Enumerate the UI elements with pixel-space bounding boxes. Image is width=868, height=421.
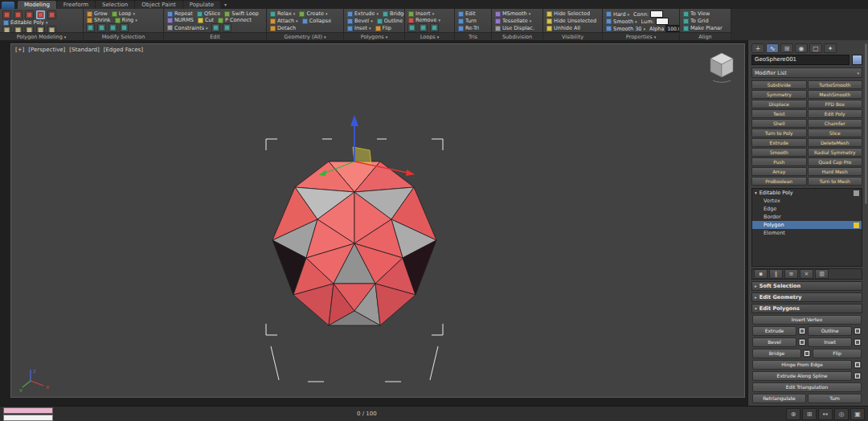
turn-button[interactable]: Turn bbox=[457, 18, 477, 24]
make-unique-icon[interactable]: ≡ bbox=[784, 269, 798, 279]
collapse-button[interactable]: Collapse bbox=[301, 18, 333, 24]
polygon-button[interactable] bbox=[36, 10, 45, 19]
ring-shrink-button[interactable] bbox=[120, 23, 129, 32]
grow-button[interactable]: Grow bbox=[86, 10, 108, 17]
use-displac-button[interactable]: Use Displac. bbox=[494, 25, 535, 31]
display-tab-icon[interactable]: ▢ bbox=[809, 43, 822, 53]
modifier-list-dropdown[interactable]: Modifier List ▾ bbox=[751, 67, 862, 78]
msmooth-button[interactable]: MSmooth▾ bbox=[494, 10, 531, 17]
smooth-modifier-button[interactable]: Smooth bbox=[751, 148, 807, 157]
slice-modifier-button[interactable]: Slice bbox=[808, 129, 863, 137]
element-button[interactable] bbox=[47, 10, 56, 19]
extrude-button[interactable]: Extrude▾ bbox=[346, 10, 379, 17]
tab-populate[interactable]: Populate bbox=[183, 1, 220, 9]
chamfer-modifier-button[interactable]: Chamfer bbox=[808, 119, 863, 128]
extrude-modifier-button[interactable]: Extrude bbox=[751, 138, 807, 147]
ribbon-group-label[interactable]: Properties▾ bbox=[603, 32, 679, 40]
lock-selection-button[interactable] bbox=[25, 26, 34, 32]
turn-to-poly-modifier-button[interactable]: Turn to Poly bbox=[751, 129, 807, 137]
ribbon-group-label[interactable]: Polygons▾ bbox=[344, 32, 404, 40]
border-button[interactable] bbox=[25, 10, 34, 19]
qslice-button[interactable]: QSlice bbox=[196, 10, 221, 17]
displace-modifier-button[interactable]: Displace bbox=[751, 100, 807, 108]
loop-grow-button[interactable] bbox=[86, 23, 95, 32]
shrink-button[interactable]: Shrink bbox=[86, 17, 112, 23]
ffd-box-modifier-button[interactable]: FFD Box bbox=[808, 100, 863, 108]
meshsmooth-modifier-button[interactable]: MeshSmooth bbox=[808, 90, 863, 99]
expand-arrow-icon[interactable]: ▾ bbox=[755, 190, 757, 195]
hinge-from-edge-button[interactable]: Hinge From Edge bbox=[752, 360, 852, 370]
hide-unselected-button[interactable]: Hide Unselected bbox=[546, 18, 597, 24]
subdivide-modifier-button[interactable]: Subdivide bbox=[751, 80, 807, 89]
motion-tab-icon[interactable]: ◉ bbox=[795, 43, 808, 53]
extrude-along-spline-button[interactable]: Extrude Along Spline bbox=[752, 371, 852, 381]
twist-modifier-button[interactable]: Twist bbox=[751, 109, 807, 118]
bevel-button[interactable]: Bevel▾ bbox=[346, 18, 374, 24]
next-modifier-button[interactable] bbox=[47, 26, 56, 32]
inset-settings-icon[interactable] bbox=[854, 338, 862, 346]
configure-modifier-sets-icon[interactable]: ▥ bbox=[815, 269, 829, 279]
ribbon-group-label[interactable]: Edit bbox=[164, 32, 266, 40]
loop-shrink-button[interactable] bbox=[97, 23, 106, 32]
turn-button[interactable]: Turn bbox=[808, 394, 862, 403]
ribbon-group-label[interactable]: Align bbox=[680, 32, 731, 40]
color-swatch-icon[interactable] bbox=[650, 10, 663, 18]
object-name-field[interactable]: GeoSphere001 bbox=[751, 55, 850, 65]
maxscript-mini-listener[interactable] bbox=[3, 407, 53, 421]
swift-loop-button[interactable]: Swift Loop bbox=[223, 10, 260, 17]
pin-stack-button[interactable] bbox=[2, 26, 11, 32]
make-planar-button[interactable]: Make Planar bbox=[682, 25, 723, 31]
viewport[interactable]: [+] [Perspective] [Standard] [Edged Face… bbox=[10, 43, 745, 398]
quad-cap-pro-modifier-button[interactable]: Quad Cap Pro bbox=[808, 157, 863, 166]
viewport-general-menu[interactable]: [+] bbox=[15, 47, 24, 53]
ribbon-group-label[interactable]: Geometry (All)▾ bbox=[267, 32, 343, 40]
bridge-button[interactable]: Bridge▾ bbox=[382, 10, 404, 17]
hinge-settings-icon[interactable] bbox=[854, 361, 862, 369]
smooth-button[interactable]: Smooth▾ bbox=[605, 18, 638, 25]
hierarchy-tab-icon[interactable]: ⊞ bbox=[780, 43, 793, 53]
value-field[interactable]: 100.0 bbox=[665, 25, 679, 32]
ribbon-group-label[interactable]: Loops▾ bbox=[405, 32, 454, 40]
object-color-swatch[interactable] bbox=[852, 55, 862, 65]
turn-to-mesh-modifier-button[interactable]: Turn to Mesh bbox=[808, 177, 863, 186]
edit-triangulation-button[interactable]: Edit Triangulation bbox=[752, 382, 862, 392]
radial-symmetry-modifier-button[interactable]: Radial Symmetry bbox=[808, 148, 863, 157]
bevel-settings-icon[interactable] bbox=[798, 338, 806, 346]
face-constraint-button[interactable] bbox=[223, 23, 231, 32]
viewport-renderer-menu[interactable]: [Standard] bbox=[69, 47, 99, 53]
geosphere-object[interactable] bbox=[272, 161, 436, 325]
outline-button[interactable]: Outline bbox=[808, 326, 852, 336]
zoom-extents-icon[interactable]: ⊞ bbox=[802, 408, 817, 420]
retriangulate-button[interactable]: Retriangulate bbox=[752, 394, 806, 403]
bridge-settings-icon[interactable] bbox=[803, 349, 811, 358]
edge-button[interactable] bbox=[14, 10, 23, 19]
deletemesh-modifier-button[interactable]: DeleteMesh bbox=[808, 138, 863, 147]
insert-button[interactable]: Insert▾ bbox=[407, 10, 435, 17]
shell-modifier-button[interactable]: Shell bbox=[751, 119, 807, 128]
edge-constraint-button[interactable] bbox=[211, 23, 220, 32]
ribbon-group-label[interactable]: Tris bbox=[455, 32, 491, 40]
alpha-field[interactable]: Alpha100.0 bbox=[649, 25, 679, 32]
tessellate-button[interactable]: Tessellate▾ bbox=[494, 18, 532, 24]
stack-item-border[interactable]: Border bbox=[752, 213, 862, 221]
tab-object-paint[interactable]: Object Paint bbox=[135, 1, 182, 9]
viewport-pov-menu[interactable]: [Perspective] bbox=[28, 47, 65, 53]
remove-button[interactable]: Remove▾ bbox=[407, 17, 441, 23]
rollout-edit-geometry[interactable]: ▸ Edit Geometry bbox=[751, 292, 862, 302]
rollout-edit-polygons[interactable]: ▾ Edit Polygons bbox=[751, 304, 862, 313]
turbosmooth-modifier-button[interactable]: TurboSmooth bbox=[808, 80, 863, 89]
edit-button[interactable]: Edit bbox=[457, 10, 477, 17]
symmetry-modifier-button[interactable]: Symmetry bbox=[751, 90, 807, 99]
viewcube[interactable] bbox=[707, 51, 736, 86]
ring-button[interactable]: Ring▾ bbox=[114, 17, 138, 23]
push-modifier-button[interactable]: Push bbox=[751, 157, 807, 166]
zoom-icon[interactable]: ⊕ bbox=[786, 408, 800, 420]
to-grid-button[interactable]: To Grid bbox=[682, 18, 710, 24]
pan-icon[interactable]: ↔ bbox=[818, 408, 833, 420]
loop-button[interactable]: Loop▾ bbox=[111, 10, 136, 17]
modify-tab-icon[interactable]: ∿ bbox=[766, 43, 779, 53]
ribbon-group-label[interactable]: Subdivision bbox=[492, 32, 542, 40]
edit-poly-modifier-button[interactable]: Edit Poly bbox=[808, 109, 863, 118]
outline-button[interactable]: Outline bbox=[376, 18, 404, 24]
constraints-button[interactable]: Constraints▾ bbox=[166, 25, 209, 31]
